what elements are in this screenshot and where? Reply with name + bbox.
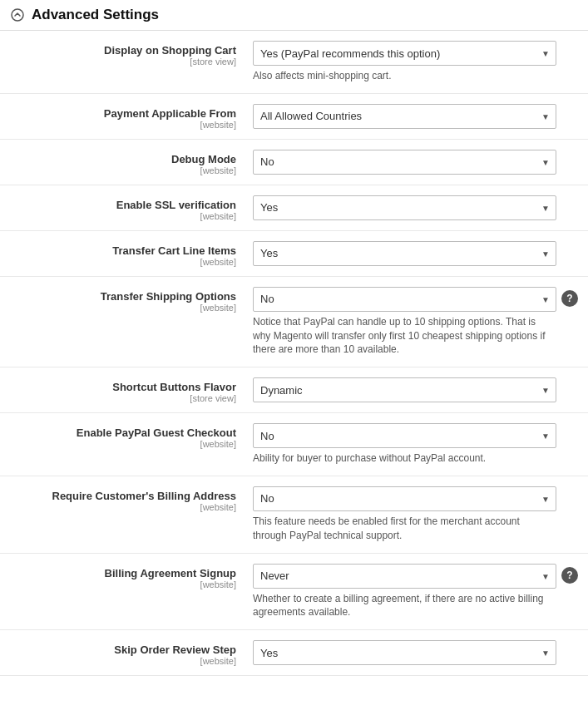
field-scope-enable_paypal_guest_checkout: [website] — [13, 439, 236, 449]
settings-row: Billing Agreement Signup[website]AutoAsk… — [0, 554, 588, 631]
field-label-skip_order_review_step: Skip Order Review Step — [13, 644, 236, 656]
select-payment_applicable_from[interactable]: All Allowed CountriesSpecific Countries — [253, 104, 556, 129]
field-label-billing_agreement_signup: Billing Agreement Signup — [13, 567, 236, 579]
select-wrapper-billing_agreement_signup: AutoAsk CustomerNever▼ — [253, 564, 556, 589]
settings-container: Display on Shopping Cart[store view]Yes … — [0, 31, 588, 676]
field-scope-enable_ssl_verification: [website] — [13, 211, 236, 221]
select-enable_ssl_verification[interactable]: YesNo — [253, 195, 556, 220]
field-scope-payment_applicable_from: [website] — [13, 120, 236, 130]
help-icon-transfer_shipping_options[interactable]: ? — [561, 290, 578, 307]
control-cell-shortcut_buttons_flavor: DynamicStatic▼ — [250, 376, 588, 404]
control-row-shortcut_buttons_flavor: DynamicStatic▼ — [253, 377, 578, 402]
field-scope-skip_order_review_step: [website] — [13, 656, 236, 666]
settings-row: Transfer Shipping Options[website]YesNo▼… — [0, 277, 588, 367]
field-scope-debug_mode: [website] — [13, 165, 236, 175]
label-cell-payment_applicable_from: Payment Applicable From[website] — [0, 102, 250, 130]
control-cell-transfer_cart_line_items: YesNo▼ — [250, 239, 588, 268]
field-label-debug_mode: Debug Mode — [13, 153, 236, 165]
label-cell-require_customers_billing_address: Require Customer's Billing Address[websi… — [0, 485, 250, 512]
settings-row: Require Customer's Billing Address[websi… — [0, 476, 588, 554]
svg-point-0 — [12, 9, 23, 21]
settings-row: Payment Applicable From[website]All Allo… — [0, 94, 588, 140]
select-wrapper-shortcut_buttons_flavor: DynamicStatic▼ — [253, 377, 556, 402]
label-cell-transfer_cart_line_items: Transfer Cart Line Items[website] — [0, 239, 250, 267]
hint-text-display_on_shopping_cart: Also affects mini-shopping cart. — [253, 69, 552, 83]
label-cell-shortcut_buttons_flavor: Shortcut Buttons Flavor[store view] — [0, 376, 250, 403]
control-cell-display_on_shopping_cart: Yes (PayPal recommends this option)No▼Al… — [250, 39, 588, 85]
page-wrapper: Advanced Settings Display on Shopping Ca… — [0, 0, 588, 715]
control-row-display_on_shopping_cart: Yes (PayPal recommends this option)No▼ — [253, 41, 578, 66]
select-wrapper-display_on_shopping_cart: Yes (PayPal recommends this option)No▼ — [253, 41, 556, 66]
field-label-require_customers_billing_address: Require Customer's Billing Address — [13, 490, 236, 502]
select-debug_mode[interactable]: YesNo — [253, 150, 556, 175]
label-cell-display_on_shopping_cart: Display on Shopping Cart[store view] — [0, 39, 250, 67]
control-row-billing_agreement_signup: AutoAsk CustomerNever▼? — [253, 564, 578, 589]
settings-row: Display on Shopping Cart[store view]Yes … — [0, 31, 588, 94]
control-cell-payment_applicable_from: All Allowed CountriesSpecific Countries▼ — [250, 102, 588, 131]
field-label-enable_ssl_verification: Enable SSL verification — [13, 199, 236, 211]
field-scope-shortcut_buttons_flavor: [store view] — [13, 393, 236, 403]
control-row-transfer_cart_line_items: YesNo▼ — [253, 241, 578, 266]
label-cell-enable_paypal_guest_checkout: Enable PayPal Guest Checkout[website] — [0, 422, 250, 449]
control-cell-require_customers_billing_address: YesNo▼This feature needs be enabled firs… — [250, 485, 588, 545]
field-scope-billing_agreement_signup: [website] — [13, 579, 236, 589]
label-cell-skip_order_review_step: Skip Order Review Step[website] — [0, 639, 250, 666]
select-wrapper-transfer_cart_line_items: YesNo▼ — [253, 241, 556, 266]
settings-row: Skip Order Review Step[website]YesNo▼ — [0, 630, 588, 676]
select-billing_agreement_signup[interactable]: AutoAsk CustomerNever — [253, 564, 556, 589]
section-header[interactable]: Advanced Settings — [0, 0, 588, 31]
settings-row: Debug Mode[website]YesNo▼ — [0, 140, 588, 185]
control-cell-billing_agreement_signup: AutoAsk CustomerNever▼?Whether to create… — [250, 562, 588, 622]
control-row-transfer_shipping_options: YesNo▼? — [253, 287, 578, 312]
select-wrapper-require_customers_billing_address: YesNo▼ — [253, 486, 556, 511]
field-scope-display_on_shopping_cart: [store view] — [13, 57, 236, 67]
section-title: Advanced Settings — [32, 7, 159, 23]
select-wrapper-skip_order_review_step: YesNo▼ — [253, 640, 556, 665]
label-cell-debug_mode: Debug Mode[website] — [0, 148, 250, 175]
control-row-enable_paypal_guest_checkout: YesNo▼ — [253, 423, 578, 448]
settings-row: Transfer Cart Line Items[website]YesNo▼ — [0, 231, 588, 277]
field-label-shortcut_buttons_flavor: Shortcut Buttons Flavor — [13, 381, 236, 393]
control-row-require_customers_billing_address: YesNo▼ — [253, 486, 578, 511]
select-wrapper-payment_applicable_from: All Allowed CountriesSpecific Countries▼ — [253, 104, 556, 129]
select-wrapper-enable_paypal_guest_checkout: YesNo▼ — [253, 423, 556, 448]
control-cell-transfer_shipping_options: YesNo▼?Notice that PayPal can handle up … — [250, 285, 588, 358]
label-cell-billing_agreement_signup: Billing Agreement Signup[website] — [0, 562, 250, 589]
collapse-icon — [10, 7, 25, 22]
select-enable_paypal_guest_checkout[interactable]: YesNo — [253, 423, 556, 448]
select-require_customers_billing_address[interactable]: YesNo — [253, 486, 556, 511]
label-cell-enable_ssl_verification: Enable SSL verification[website] — [0, 194, 250, 221]
control-cell-enable_paypal_guest_checkout: YesNo▼Ability for buyer to purchase with… — [250, 422, 588, 467]
field-scope-transfer_cart_line_items: [website] — [13, 257, 236, 267]
control-row-enable_ssl_verification: YesNo▼ — [253, 195, 578, 220]
hint-text-billing_agreement_signup: Whether to create a billing agreement, i… — [253, 592, 552, 620]
control-cell-skip_order_review_step: YesNo▼ — [250, 639, 588, 667]
field-label-transfer_shipping_options: Transfer Shipping Options — [13, 290, 236, 303]
field-label-enable_paypal_guest_checkout: Enable PayPal Guest Checkout — [13, 427, 236, 439]
hint-text-enable_paypal_guest_checkout: Ability for buyer to purchase without Pa… — [253, 451, 552, 466]
label-cell-transfer_shipping_options: Transfer Shipping Options[website] — [0, 285, 250, 313]
select-skip_order_review_step[interactable]: YesNo — [253, 640, 556, 665]
field-label-payment_applicable_from: Payment Applicable From — [13, 107, 236, 120]
select-wrapper-transfer_shipping_options: YesNo▼ — [253, 287, 556, 312]
select-display_on_shopping_cart[interactable]: Yes (PayPal recommends this option)No — [253, 41, 556, 66]
control-cell-enable_ssl_verification: YesNo▼ — [250, 194, 588, 222]
field-label-transfer_cart_line_items: Transfer Cart Line Items — [13, 244, 236, 257]
select-shortcut_buttons_flavor[interactable]: DynamicStatic — [253, 377, 556, 402]
help-icon-billing_agreement_signup[interactable]: ? — [561, 567, 578, 584]
control-row-payment_applicable_from: All Allowed CountriesSpecific Countries▼ — [253, 104, 578, 129]
control-row-debug_mode: YesNo▼ — [253, 150, 578, 175]
select-wrapper-enable_ssl_verification: YesNo▼ — [253, 195, 556, 220]
hint-text-require_customers_billing_address: This feature needs be enabled first for … — [253, 515, 552, 543]
select-transfer_shipping_options[interactable]: YesNo — [253, 287, 556, 312]
field-scope-require_customers_billing_address: [website] — [13, 502, 236, 512]
settings-row: Shortcut Buttons Flavor[store view]Dynam… — [0, 367, 588, 413]
hint-text-transfer_shipping_options: Notice that PayPal can handle up to 10 s… — [253, 315, 552, 357]
select-wrapper-debug_mode: YesNo▼ — [253, 150, 556, 175]
settings-row: Enable SSL verification[website]YesNo▼ — [0, 185, 588, 231]
select-transfer_cart_line_items[interactable]: YesNo — [253, 241, 556, 266]
field-scope-transfer_shipping_options: [website] — [13, 303, 236, 313]
control-cell-debug_mode: YesNo▼ — [250, 148, 588, 176]
settings-row: Enable PayPal Guest Checkout[website]Yes… — [0, 413, 588, 476]
control-row-skip_order_review_step: YesNo▼ — [253, 640, 578, 665]
